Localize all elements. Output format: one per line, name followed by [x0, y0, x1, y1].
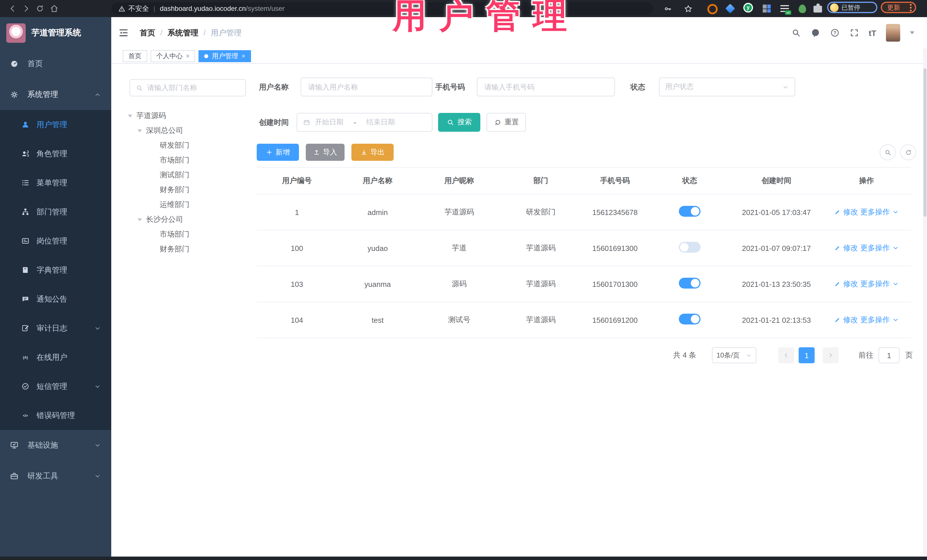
update-label: 更新	[887, 3, 900, 12]
sidebar-item-notice[interactable]: 通知公告	[0, 285, 111, 314]
status-select[interactable]: 用户状态	[659, 77, 795, 96]
key-icon[interactable]	[663, 5, 672, 13]
search-icon[interactable]	[791, 28, 801, 38]
browser-menu-icon[interactable]	[910, 6, 912, 8]
dept-search-placeholder: 请输入部门名称	[147, 83, 197, 93]
username-input[interactable]	[301, 77, 432, 96]
sidebar-item-error-code[interactable]: </> 错误码管理	[0, 401, 111, 430]
sidebar-item-audit-log[interactable]: 审计日志	[0, 314, 111, 343]
url-host[interactable]: dashboard.yudao.iocoder.cn	[160, 5, 246, 12]
bookmark-star-icon[interactable]	[684, 5, 693, 13]
refresh-table-button[interactable]	[900, 144, 916, 160]
close-icon[interactable]: ×	[242, 53, 245, 59]
breadcrumb-system[interactable]: 系统管理	[168, 28, 199, 38]
status-toggle[interactable]	[679, 314, 701, 325]
github-icon[interactable]	[811, 28, 820, 38]
tree-node[interactable]: 财务部门	[111, 242, 251, 256]
more-actions-link[interactable]: 更多操作	[860, 315, 890, 325]
pencil-icon	[834, 317, 841, 323]
extension-orange-ring-icon[interactable]	[707, 4, 718, 14]
more-actions-link[interactable]: 更多操作	[860, 279, 890, 289]
extension-green-y-icon[interactable]: y	[743, 3, 753, 12]
sidebar-item-menu-mgmt[interactable]: 菜单管理	[0, 168, 111, 197]
toggle-search-button[interactable]	[880, 144, 896, 160]
avatar-caret-down-icon[interactable]	[910, 31, 915, 34]
tab-home[interactable]: 首页	[123, 50, 147, 62]
import-button[interactable]: 导入	[306, 144, 345, 161]
sidebar-item-dept-mgmt[interactable]: 部门管理	[0, 197, 111, 226]
next-page-button[interactable]	[823, 347, 839, 363]
prev-page-button[interactable]	[778, 347, 794, 363]
caret-down-icon[interactable]	[128, 114, 132, 117]
scrollbar[interactable]	[923, 49, 927, 557]
mobile-input[interactable]	[477, 77, 615, 96]
sidebar-item-home[interactable]: 首页	[0, 49, 111, 79]
home-icon[interactable]	[50, 4, 59, 13]
reload-icon[interactable]	[35, 4, 44, 13]
reset-button[interactable]: 重置	[486, 113, 526, 132]
help-icon[interactable]: ?	[830, 28, 840, 38]
add-button[interactable]: 新增	[257, 144, 299, 161]
close-icon[interactable]: ×	[186, 53, 190, 59]
edit-link[interactable]: 修改	[843, 207, 858, 217]
search-button[interactable]: 搜索	[438, 113, 480, 132]
sidebar-item-sms-mgmt[interactable]: 短信管理	[0, 372, 111, 401]
status-toggle[interactable]	[679, 206, 701, 217]
browser-update-chip[interactable]: 更新	[881, 2, 916, 13]
extension-list-on-icon[interactable]: on	[780, 4, 789, 12]
caret-down-icon[interactable]	[137, 218, 142, 221]
export-button[interactable]: 导出	[351, 144, 394, 161]
dept-search-box[interactable]: 请输入部门名称	[129, 79, 246, 96]
extension-gem-icon[interactable]	[727, 4, 734, 12]
forward-icon[interactable]	[22, 4, 31, 13]
tree-node[interactable]: 财务部门	[111, 182, 251, 197]
scrollbar-thumb[interactable]	[924, 68, 926, 217]
sidebar-item-system[interactable]: 系统管理	[0, 79, 111, 110]
table-row: 100 yudao 芋道 芋道源码 15601691300 2021-01-07…	[257, 230, 911, 266]
extension-grid-icon[interactable]	[763, 4, 771, 12]
sidebar-item-online-users[interactable]: (A) 在线用户	[0, 343, 111, 372]
page-1-button[interactable]: 1	[799, 347, 815, 363]
status-toggle[interactable]	[679, 278, 701, 288]
security-label[interactable]: 不安全	[128, 4, 149, 14]
sidebar-item-dev-tools[interactable]: 研发工具	[0, 461, 111, 492]
sidebar-collapse-icon[interactable]	[118, 27, 129, 38]
tree-node[interactable]: 深圳总公司	[111, 123, 251, 138]
user-table: 用户编号 用户名称 用户昵称 部门 手机号码 状态 创建时间 操作 1 admi…	[257, 167, 911, 338]
tab-profile[interactable]: 个人中心 ×	[150, 50, 195, 62]
date-range-picker[interactable]: 开始日期 - 结束日期	[296, 113, 432, 132]
fullscreen-icon[interactable]	[849, 28, 859, 38]
extension-plant-icon[interactable]	[799, 4, 806, 13]
logo-image	[6, 23, 26, 42]
breadcrumb-home[interactable]: 首页	[140, 28, 155, 38]
sidebar-item-role-mgmt[interactable]: 角色管理	[0, 139, 111, 168]
back-icon[interactable]	[8, 4, 17, 13]
profile-paused-chip[interactable]: 已暂停	[827, 2, 877, 13]
sidebar-logo-row[interactable]: 芋道管理系统	[0, 17, 111, 49]
edit-link[interactable]: 修改	[843, 243, 858, 253]
tree-node[interactable]: 芋道源码	[111, 108, 251, 123]
tree-node[interactable]: 运维部门	[111, 197, 251, 212]
dashboard-icon	[10, 59, 19, 68]
tab-user-mgmt[interactable]: 用户管理 ×	[199, 50, 251, 62]
user-avatar[interactable]	[886, 24, 900, 42]
sidebar-item-dict-mgmt[interactable]: 字典管理	[0, 255, 111, 285]
caret-down-icon[interactable]	[137, 129, 142, 132]
tree-node[interactable]: 市场部门	[111, 153, 251, 168]
edit-link[interactable]: 修改	[843, 279, 858, 289]
status-toggle[interactable]	[679, 242, 701, 253]
page-size-select[interactable]: 10条/页	[712, 347, 757, 363]
more-actions-link[interactable]: 更多操作	[860, 243, 890, 253]
sidebar-item-user-mgmt[interactable]: 用户管理	[0, 110, 111, 139]
sidebar-item-post-mgmt[interactable]: 岗位管理	[0, 226, 111, 255]
more-actions-link[interactable]: 更多操作	[860, 207, 890, 217]
tree-node[interactable]: 测试部门	[111, 168, 251, 182]
font-size-icon[interactable]: tT	[869, 28, 876, 37]
tree-node[interactable]: 长沙分公司	[111, 212, 251, 227]
extensions-puzzle-icon[interactable]	[813, 4, 822, 12]
tree-node[interactable]: 研发部门	[111, 138, 251, 153]
edit-link[interactable]: 修改	[843, 315, 858, 325]
sidebar-item-infrastructure[interactable]: 基础设施	[0, 430, 111, 461]
tree-node[interactable]: 市场部门	[111, 227, 251, 242]
goto-page-input[interactable]	[878, 347, 900, 363]
